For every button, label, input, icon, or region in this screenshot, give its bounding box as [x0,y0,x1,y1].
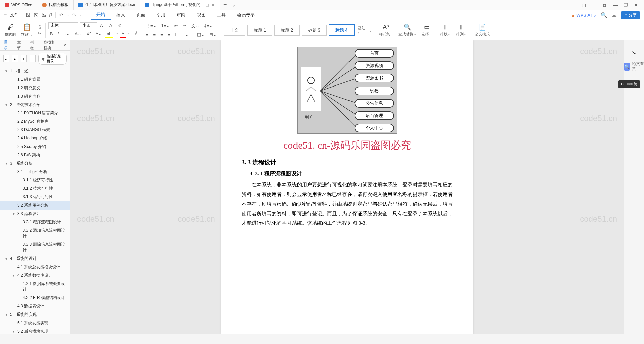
undo-icon[interactable]: ↶ [59,12,63,18]
increase-indent-icon[interactable]: ⇥ [181,22,188,30]
italic-icon[interactable]: I [56,31,60,38]
decrease-font-icon[interactable]: A⁻ [108,22,116,29]
expand-icon[interactable]: ▼ [5,257,8,261]
style-caption[interactable]: 题注 [358,25,365,31]
document-area[interactable]: code51.cn code51.cn code51.cn code51.cn … [70,40,624,334]
asian-layout-icon[interactable]: 文⌄ [190,22,201,30]
add-section-icon[interactable]: + [21,55,27,62]
pinyin-icon[interactable]: Å [133,31,139,38]
maximize-icon[interactable]: ❐ [624,2,628,8]
chat-icon[interactable]: ◻ [206,3,209,7]
nav-tab-toc[interactable]: 目录 [0,40,13,50]
print-icon[interactable]: 🖶 [41,12,46,18]
increase-font-icon[interactable]: A⁺ [99,22,107,29]
style-more-icon[interactable]: ⌄ [369,28,372,33]
font-size-select[interactable] [80,22,97,29]
expand-icon[interactable]: ▼ [5,103,8,107]
paper-check-button[interactable]: 🔍论文查重 [624,61,644,72]
line-spacing-icon[interactable]: ‡≡⌄ [203,22,214,30]
clear-format-icon[interactable]: Ȼ [117,22,123,29]
align-left-icon[interactable]: ≡ [145,31,150,38]
expand-icon[interactable]: ▼ [12,274,15,277]
toc-item[interactable]: ▼3 系统分析 [0,159,70,168]
tab-wps-office[interactable]: WPS Office [0,0,37,10]
style-set-icon[interactable]: Aᵃ [383,23,389,31]
redo-icon[interactable]: ↷ [72,12,76,18]
toc-item[interactable]: 3.1.1 经济可行性 [0,176,70,184]
toc-item[interactable]: 2.5 Scrapy 介绍 [0,142,70,151]
toc-item[interactable]: 3.1 可行性分析 [0,168,70,176]
toc-item[interactable]: 1.2 研究意义 [0,84,70,92]
align-right-icon[interactable]: ≡ [159,31,164,38]
align-icon[interactable]: ⫴ [460,24,463,31]
toc-item[interactable]: 2.4 Hadoop 介绍 [0,134,70,142]
menu-tools[interactable]: 工具 [211,10,231,20]
close-icon[interactable]: × [211,2,215,8]
bold-icon[interactable]: B [48,31,54,38]
toc-item[interactable]: 4.2.1 数据库系统概要设计 [0,280,70,294]
share-button[interactable]: ⇪ 分享 [621,11,640,19]
gongwen-icon[interactable]: 📄 [479,23,486,31]
save-icon[interactable]: 🖫 [26,12,31,18]
add-tab-button[interactable]: + [220,1,230,8]
toc-item[interactable]: ▼1 概 述 [0,67,70,75]
pin-icon[interactable]: ⇲ [632,50,636,56]
superscript-icon[interactable]: X² [85,31,92,38]
style-h4[interactable]: 标题 4 [329,24,355,36]
remove-section-icon[interactable]: − [30,55,36,62]
expand-icon[interactable]: ▼ [5,69,8,73]
toc-item[interactable]: 1.3 研究内容 [0,92,70,101]
format-painter-icon[interactable]: 🖌 [7,23,14,31]
toc-item[interactable]: 3.1.2 技术可行性 [0,184,70,193]
minimize-icon[interactable]: — [613,2,618,8]
move-up-icon[interactable]: ▴ [12,55,18,62]
find-replace-icon[interactable]: 🔍 [404,23,411,31]
font-select[interactable] [48,22,78,29]
cube-icon[interactable]: ⬚ [592,2,596,8]
grid-icon[interactable]: ▦ [602,2,607,8]
toc-item[interactable]: ▼5.2 后台模块实现 [0,327,70,334]
menu-start[interactable]: 开始 [91,10,111,20]
tab-doc-1[interactable]: 生产印模图片替换方案.docx [74,0,140,10]
highlight-icon[interactable]: ab [105,31,113,38]
font-color-icon[interactable]: A [120,31,126,38]
ime-indicator[interactable]: CH ⌨ 简 [618,80,640,88]
expand-icon[interactable]: ▼ [5,313,8,317]
toc-item[interactable]: 4.2.2 E-R 模型结构设计 [0,294,70,302]
toc-item[interactable]: ▼2 关键技术介绍 [0,101,70,109]
toc-item[interactable]: ▼3.3 流程设计 [0,210,70,218]
export-icon[interactable]: ⇱ [34,12,38,18]
toc-item[interactable]: 4.3 数据表设计 [0,302,70,310]
toc-item[interactable]: 1.1 研究背景 [0,75,70,84]
nav-tab-bookmark[interactable]: 书签 [26,40,39,50]
toc-item[interactable]: 3.3.2 添加信息流程图设计 [0,226,70,240]
toc-item[interactable]: ▼5 系统的实现 [0,310,70,319]
style-body[interactable]: 正文 [224,25,245,36]
copy-icon[interactable]: ⎘ [39,25,41,30]
close-window-icon[interactable]: ✕ [634,2,638,8]
toc-item[interactable]: 2.3 DJANGO 框架 [0,126,70,134]
tab-dropdown-icon[interactable]: ⌄ [230,2,237,8]
toc-item[interactable]: 2.6 B/S 架构 [0,151,70,159]
toc-item[interactable]: 2.1 PYTHON 语言简介 [0,109,70,117]
tab-templates[interactable]: 找稻壳模板 [37,0,74,10]
toc-item[interactable]: 2.2 MySql 数据库 [0,117,70,126]
border-icon[interactable]: ⊞⌄ [208,31,218,38]
indent-icon[interactable]: ⊏⌄ [180,31,190,38]
nav-close-icon[interactable]: × [60,40,70,50]
underline-icon[interactable]: U⌄ [62,31,71,38]
toc-item[interactable]: 5.1 系统功能实现 [0,319,70,327]
toc-item[interactable]: ▼4 系统的设计 [0,254,70,263]
box-icon[interactable]: ▢ [582,2,586,8]
file-menu[interactable]: 文件 [10,12,19,18]
layout-icon[interactable]: ⫵ [444,24,447,31]
collapse-all-icon[interactable]: ⌄ [3,55,9,62]
style-scroll-icon[interactable]: ↕ [358,31,365,35]
shading-icon[interactable]: ◫⌄ [196,31,206,38]
nav-tab-chapter[interactable]: 章节 [13,40,26,50]
toc-item[interactable]: 3.1.3 运行可行性 [0,193,70,201]
style-h2[interactable]: 标题 2 [274,25,300,36]
preview-icon[interactable]: ⎙ [49,12,52,18]
hamburger-icon[interactable]: ≡ [4,12,7,18]
smart-toc-button[interactable]: ◎智能识别目录 [38,53,67,65]
